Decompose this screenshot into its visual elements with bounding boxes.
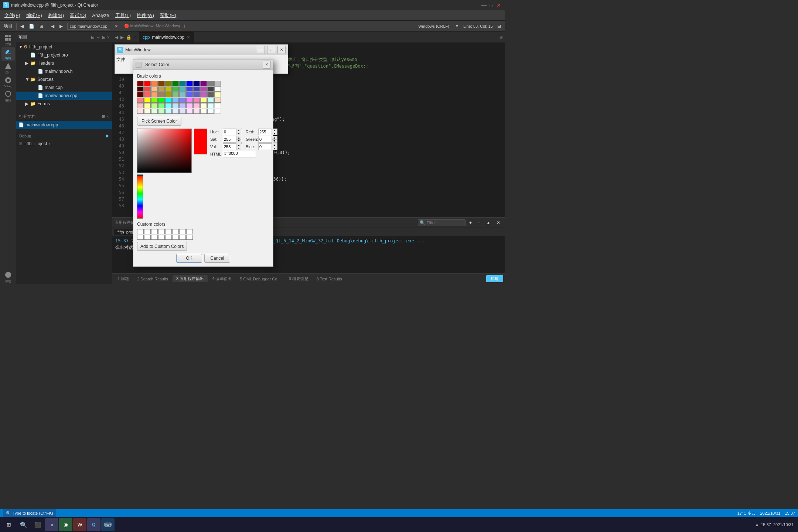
color-cell[interactable] <box>186 86 193 92</box>
custom-cell[interactable] <box>158 235 165 240</box>
color-cell[interactable] <box>172 109 179 114</box>
color-cell[interactable] <box>144 103 151 108</box>
color-cell[interactable] <box>186 98 193 103</box>
color-cell[interactable] <box>214 81 221 86</box>
pick-screen-color-btn[interactable]: Pick Screen Color <box>137 117 181 126</box>
custom-cell[interactable] <box>172 229 179 234</box>
hue-down-btn[interactable]: ▼ <box>236 132 241 136</box>
custom-cell[interactable] <box>137 229 144 234</box>
mainwindow-max-btn[interactable]: □ <box>267 46 275 54</box>
color-cell[interactable] <box>200 103 207 108</box>
color-cell[interactable] <box>207 109 214 114</box>
red-up-btn[interactable]: ▲ <box>272 129 277 132</box>
color-cell[interactable] <box>165 81 172 86</box>
color-cell[interactable] <box>193 103 200 108</box>
custom-cell[interactable] <box>144 229 151 234</box>
blue-down-btn[interactable]: ▼ <box>272 147 277 150</box>
color-cell[interactable] <box>158 92 165 97</box>
hue-slider[interactable] <box>137 174 143 219</box>
color-cell[interactable] <box>179 109 186 114</box>
red-spinbox[interactable]: ▲ ▼ <box>258 129 277 135</box>
color-cell[interactable] <box>200 81 207 86</box>
color-cell[interactable] <box>151 109 158 114</box>
custom-cell[interactable] <box>186 229 193 234</box>
color-cell[interactable] <box>151 92 158 97</box>
custom-cell[interactable] <box>179 229 186 234</box>
color-cell[interactable] <box>137 81 144 86</box>
color-cell[interactable] <box>137 92 144 97</box>
green-spinbox[interactable]: ▲ ▼ <box>258 136 277 143</box>
color-cell[interactable] <box>207 98 214 103</box>
color-cell[interactable] <box>207 92 214 97</box>
custom-cell[interactable] <box>165 229 172 234</box>
color-cell[interactable] <box>200 109 207 114</box>
custom-cell[interactable] <box>186 235 193 240</box>
red-down-btn[interactable]: ▼ <box>272 132 277 136</box>
color-cell[interactable] <box>158 98 165 103</box>
color-cell[interactable] <box>214 86 221 92</box>
hue-input[interactable] <box>223 130 236 134</box>
hue-up-btn[interactable]: ▲ <box>236 129 241 132</box>
color-cell[interactable] <box>207 86 214 92</box>
mainwindow-min-btn[interactable]: — <box>257 46 265 54</box>
val-up-btn[interactable]: ▲ <box>236 143 241 147</box>
custom-cell[interactable] <box>172 235 179 240</box>
color-cell[interactable] <box>158 103 165 108</box>
html-value-input[interactable] <box>224 151 254 156</box>
mainwindow-close-btn[interactable]: ✕ <box>277 46 286 54</box>
green-up-btn[interactable]: ▲ <box>272 136 277 140</box>
color-cell[interactable] <box>179 86 186 92</box>
sat-down-btn[interactable]: ▼ <box>236 140 241 143</box>
color-cell[interactable] <box>193 81 200 86</box>
color-cell[interactable] <box>144 92 151 97</box>
color-cell[interactable] <box>179 103 186 108</box>
sat-input[interactable] <box>223 137 236 141</box>
color-cell[interactable] <box>151 98 158 103</box>
color-cell[interactable] <box>137 86 144 92</box>
color-cell[interactable] <box>151 86 158 92</box>
color-cell[interactable] <box>214 109 221 114</box>
color-cell[interactable] <box>158 81 165 86</box>
color-cell[interactable] <box>151 81 158 86</box>
color-cell[interactable] <box>186 109 193 114</box>
color-cell[interactable] <box>193 109 200 114</box>
color-cell[interactable] <box>137 103 144 108</box>
val-down-btn[interactable]: ▼ <box>236 147 241 150</box>
color-cell[interactable] <box>144 109 151 114</box>
color-cell[interactable] <box>165 98 172 103</box>
color-cell[interactable] <box>137 98 144 103</box>
color-cell[interactable] <box>151 103 158 108</box>
color-cell[interactable] <box>179 98 186 103</box>
color-cell[interactable] <box>200 92 207 97</box>
color-cell[interactable] <box>144 98 151 103</box>
green-input[interactable] <box>259 137 272 141</box>
color-cell[interactable] <box>137 109 144 114</box>
color-cell[interactable] <box>200 98 207 103</box>
color-cell[interactable] <box>214 92 221 97</box>
val-input[interactable] <box>223 144 236 149</box>
green-down-btn[interactable]: ▼ <box>272 140 277 143</box>
sat-up-btn[interactable]: ▲ <box>236 136 241 140</box>
color-cell[interactable] <box>207 81 214 86</box>
color-cell[interactable] <box>144 86 151 92</box>
custom-cell[interactable] <box>137 235 144 240</box>
color-cell[interactable] <box>179 81 186 86</box>
blue-spinbox[interactable]: ▲ ▼ <box>258 143 277 150</box>
blue-input[interactable] <box>259 144 272 149</box>
custom-cell[interactable] <box>151 229 158 234</box>
custom-cell[interactable] <box>158 229 165 234</box>
color-cell[interactable] <box>193 92 200 97</box>
color-cell[interactable] <box>165 86 172 92</box>
val-spinbox[interactable]: ▲ ▼ <box>223 143 242 150</box>
color-cell[interactable] <box>186 81 193 86</box>
color-cell[interactable] <box>165 109 172 114</box>
hue-spinbox[interactable]: ▲ ▼ <box>223 129 242 135</box>
color-cell[interactable] <box>172 86 179 92</box>
color-cell[interactable] <box>214 103 221 108</box>
ok-button[interactable]: OK <box>176 254 202 263</box>
custom-cell[interactable] <box>151 235 158 240</box>
html-input-box[interactable] <box>223 151 256 157</box>
color-cell[interactable] <box>172 81 179 86</box>
color-cell[interactable] <box>158 86 165 92</box>
color-cell[interactable] <box>200 86 207 92</box>
